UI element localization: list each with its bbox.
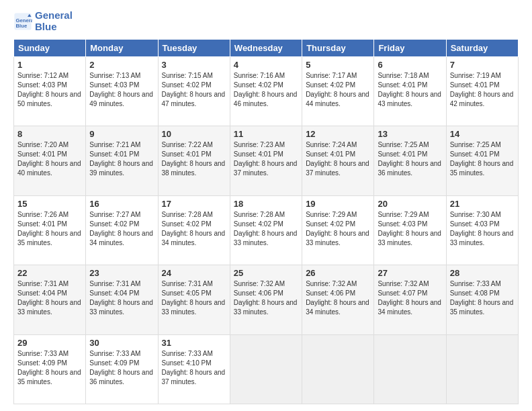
- day-cell-25: 25 Sunrise: 7:32 AM Sunset: 4:06 PM Dayl…: [230, 265, 302, 334]
- calendar-table: Sunday Monday Tuesday Wednesday Thursday…: [13, 39, 519, 404]
- day-info: Sunrise: 7:31 AM Sunset: 4:04 PM Dayligh…: [89, 279, 154, 317]
- day-number: 22: [17, 268, 82, 278]
- day-cell-28: 28 Sunrise: 7:33 AM Sunset: 4:08 PM Dayl…: [446, 265, 518, 334]
- day-number: 15: [17, 199, 82, 209]
- day-cell-1: 1 Sunrise: 7:12 AM Sunset: 4:03 PM Dayli…: [14, 57, 86, 126]
- day-info: Sunrise: 7:32 AM Sunset: 4:06 PM Dayligh…: [306, 279, 370, 317]
- day-info: Sunrise: 7:17 AM Sunset: 4:02 PM Dayligh…: [306, 71, 370, 109]
- logo-text-blue: Blue: [35, 21, 73, 33]
- col-wednesday: Wednesday: [230, 40, 302, 57]
- day-number: 27: [378, 268, 442, 278]
- day-cell-29: 29 Sunrise: 7:33 AM Sunset: 4:09 PM Dayl…: [14, 334, 86, 404]
- day-number: 13: [378, 129, 442, 139]
- col-friday: Friday: [374, 40, 446, 57]
- day-info: Sunrise: 7:33 AM Sunset: 4:09 PM Dayligh…: [17, 349, 82, 387]
- day-number: 7: [450, 60, 515, 70]
- day-info: Sunrise: 7:22 AM Sunset: 4:01 PM Dayligh…: [162, 140, 226, 178]
- day-number: 24: [162, 268, 226, 278]
- day-cell-18: 18 Sunrise: 7:28 AM Sunset: 4:02 PM Dayl…: [230, 195, 302, 265]
- day-number: 23: [89, 268, 154, 278]
- day-cell-6: 6 Sunrise: 7:18 AM Sunset: 4:01 PM Dayli…: [374, 57, 446, 126]
- day-cell-10: 10 Sunrise: 7:22 AM Sunset: 4:01 PM Dayl…: [158, 126, 230, 195]
- col-thursday: Thursday: [302, 40, 374, 57]
- col-monday: Monday: [86, 40, 158, 57]
- calendar-week-1: 1 Sunrise: 7:12 AM Sunset: 4:03 PM Dayli…: [14, 57, 519, 126]
- day-info: Sunrise: 7:19 AM Sunset: 4:01 PM Dayligh…: [450, 71, 515, 109]
- day-info: Sunrise: 7:28 AM Sunset: 4:02 PM Dayligh…: [162, 210, 226, 248]
- day-number: 28: [450, 268, 515, 278]
- day-cell-5: 5 Sunrise: 7:17 AM Sunset: 4:02 PM Dayli…: [302, 57, 374, 126]
- day-cell-9: 9 Sunrise: 7:21 AM Sunset: 4:01 PM Dayli…: [86, 126, 158, 195]
- day-info: Sunrise: 7:33 AM Sunset: 4:09 PM Dayligh…: [89, 349, 154, 387]
- day-cell-22: 22 Sunrise: 7:31 AM Sunset: 4:04 PM Dayl…: [14, 265, 86, 334]
- day-number: 30: [89, 338, 154, 348]
- day-cell-12: 12 Sunrise: 7:24 AM Sunset: 4:01 PM Dayl…: [302, 126, 374, 195]
- day-info: Sunrise: 7:21 AM Sunset: 4:01 PM Dayligh…: [89, 140, 154, 178]
- calendar-week-5: 29 Sunrise: 7:33 AM Sunset: 4:09 PM Dayl…: [14, 334, 519, 404]
- day-info: Sunrise: 7:25 AM Sunset: 4:01 PM Dayligh…: [450, 140, 515, 178]
- day-info: Sunrise: 7:33 AM Sunset: 4:10 PM Dayligh…: [162, 349, 226, 387]
- day-cell-19: 19 Sunrise: 7:29 AM Sunset: 4:02 PM Dayl…: [302, 195, 374, 265]
- day-number: 9: [89, 129, 154, 139]
- day-info: Sunrise: 7:18 AM Sunset: 4:01 PM Dayligh…: [378, 71, 442, 109]
- day-info: Sunrise: 7:28 AM Sunset: 4:02 PM Dayligh…: [234, 210, 298, 248]
- calendar-week-2: 8 Sunrise: 7:20 AM Sunset: 4:01 PM Dayli…: [14, 126, 519, 195]
- day-number: 12: [306, 129, 370, 139]
- day-number: 21: [450, 199, 515, 209]
- day-number: 19: [306, 199, 370, 209]
- day-number: 29: [17, 338, 82, 348]
- day-cell-14: 14 Sunrise: 7:25 AM Sunset: 4:01 PM Dayl…: [446, 126, 518, 195]
- day-info: Sunrise: 7:23 AM Sunset: 4:01 PM Dayligh…: [234, 140, 298, 178]
- col-tuesday: Tuesday: [158, 40, 230, 57]
- day-number: 3: [162, 60, 226, 70]
- day-number: 26: [306, 268, 370, 278]
- day-cell-23: 23 Sunrise: 7:31 AM Sunset: 4:04 PM Dayl…: [86, 265, 158, 334]
- day-number: 6: [378, 60, 442, 70]
- day-cell-27: 27 Sunrise: 7:32 AM Sunset: 4:07 PM Dayl…: [374, 265, 446, 334]
- day-number: 20: [378, 199, 442, 209]
- calendar-week-4: 22 Sunrise: 7:31 AM Sunset: 4:04 PM Dayl…: [14, 265, 519, 334]
- day-info: Sunrise: 7:20 AM Sunset: 4:01 PM Dayligh…: [17, 140, 82, 178]
- day-cell-3: 3 Sunrise: 7:15 AM Sunset: 4:02 PM Dayli…: [158, 57, 230, 126]
- day-info: Sunrise: 7:25 AM Sunset: 4:01 PM Dayligh…: [378, 140, 442, 178]
- day-info: Sunrise: 7:29 AM Sunset: 4:03 PM Dayligh…: [378, 210, 442, 248]
- day-cell-20: 20 Sunrise: 7:29 AM Sunset: 4:03 PM Dayl…: [374, 195, 446, 265]
- day-info: Sunrise: 7:24 AM Sunset: 4:01 PM Dayligh…: [306, 140, 370, 178]
- day-info: Sunrise: 7:12 AM Sunset: 4:03 PM Dayligh…: [17, 71, 82, 109]
- day-cell-15: 15 Sunrise: 7:26 AM Sunset: 4:01 PM Dayl…: [14, 195, 86, 265]
- day-cell-24: 24 Sunrise: 7:31 AM Sunset: 4:05 PM Dayl…: [158, 265, 230, 334]
- day-cell-30: 30 Sunrise: 7:33 AM Sunset: 4:09 PM Dayl…: [86, 334, 158, 404]
- page: General Blue General Blue Sunday Monday …: [0, 0, 532, 411]
- day-number: 1: [17, 60, 82, 70]
- day-info: Sunrise: 7:31 AM Sunset: 4:05 PM Dayligh…: [162, 279, 226, 317]
- day-number: 2: [89, 60, 154, 70]
- day-cell-8: 8 Sunrise: 7:20 AM Sunset: 4:01 PM Dayli…: [14, 126, 86, 195]
- day-info: Sunrise: 7:32 AM Sunset: 4:06 PM Dayligh…: [234, 279, 298, 317]
- calendar-week-3: 15 Sunrise: 7:26 AM Sunset: 4:01 PM Dayl…: [14, 195, 519, 265]
- day-number: 5: [306, 60, 370, 70]
- day-info: Sunrise: 7:26 AM Sunset: 4:01 PM Dayligh…: [17, 210, 82, 248]
- day-info: Sunrise: 7:16 AM Sunset: 4:02 PM Dayligh…: [234, 71, 298, 109]
- day-info: Sunrise: 7:32 AM Sunset: 4:07 PM Dayligh…: [378, 279, 442, 317]
- day-number: 11: [234, 129, 298, 139]
- calendar-header-row: Sunday Monday Tuesday Wednesday Thursday…: [14, 40, 519, 57]
- day-number: 17: [162, 199, 226, 209]
- day-cell-2: 2 Sunrise: 7:13 AM Sunset: 4:03 PM Dayli…: [86, 57, 158, 126]
- day-cell-26: 26 Sunrise: 7:32 AM Sunset: 4:06 PM Dayl…: [302, 265, 374, 334]
- empty-cell: [302, 334, 374, 404]
- day-cell-31: 31 Sunrise: 7:33 AM Sunset: 4:10 PM Dayl…: [158, 334, 230, 404]
- day-number: 4: [234, 60, 298, 70]
- day-info: Sunrise: 7:15 AM Sunset: 4:02 PM Dayligh…: [162, 71, 226, 109]
- day-number: 18: [234, 199, 298, 209]
- day-number: 8: [17, 129, 82, 139]
- col-saturday: Saturday: [446, 40, 518, 57]
- day-info: Sunrise: 7:13 AM Sunset: 4:03 PM Dayligh…: [89, 71, 154, 109]
- day-info: Sunrise: 7:29 AM Sunset: 4:02 PM Dayligh…: [306, 210, 370, 248]
- day-cell-21: 21 Sunrise: 7:30 AM Sunset: 4:03 PM Dayl…: [446, 195, 518, 265]
- day-number: 14: [450, 129, 515, 139]
- logo-icon: General Blue: [13, 12, 32, 31]
- logo: General Blue General Blue: [13, 10, 73, 32]
- day-cell-4: 4 Sunrise: 7:16 AM Sunset: 4:02 PM Dayli…: [230, 57, 302, 126]
- day-cell-11: 11 Sunrise: 7:23 AM Sunset: 4:01 PM Dayl…: [230, 126, 302, 195]
- day-number: 31: [162, 338, 226, 348]
